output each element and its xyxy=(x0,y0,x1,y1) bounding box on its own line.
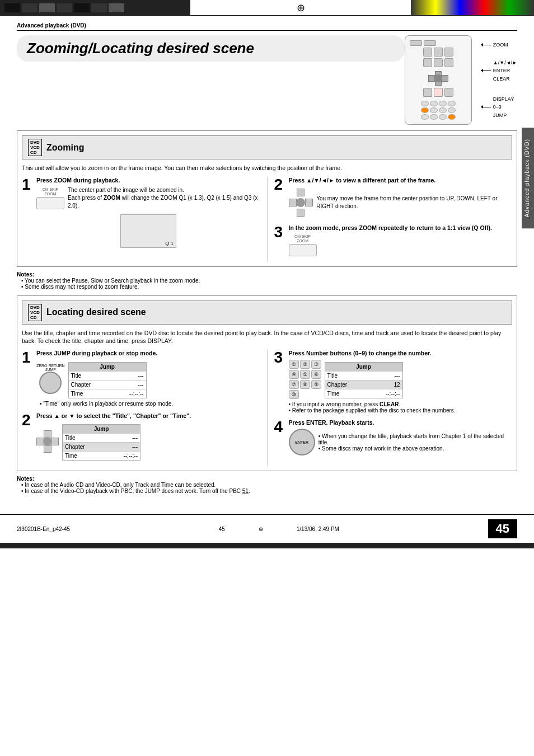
zooming-note-2: Some discs may not respond to zoom featu… xyxy=(21,284,517,290)
loc-step1-jump-table: Jump Title --- Chapter --- xyxy=(68,362,147,398)
zooming-step-1: 1 Press ZOOM during playback. CM SKIPZOO… xyxy=(22,177,260,248)
loc-step2-number: 2 xyxy=(22,412,33,461)
jump-time-label-1: Time xyxy=(71,391,83,397)
jump-time-label-2: Time xyxy=(65,453,77,459)
loc-step2-jump-table: Jump Title --- Chapter --- xyxy=(62,424,140,461)
dpad-up xyxy=(297,189,305,196)
loc-step3-jump-table: Jump Title --- Chapter 12 xyxy=(325,362,403,398)
num-9: ⑨ xyxy=(311,380,321,389)
loc-step1-title: Press JUMP during playback or stop mode. xyxy=(36,350,260,358)
sidebar-label: Advanced playback (DVD) xyxy=(522,128,534,228)
zoom-step3-title: In the zoom mode, press ZOOM repeatedly … xyxy=(289,224,513,232)
dpad-left xyxy=(289,199,297,206)
remote-mid-buttons xyxy=(423,48,453,57)
num-7: ⑦ xyxy=(289,380,299,389)
arrows-label-row: ▲/▼/◄/► ENTER CLEAR xyxy=(481,59,517,83)
remote-image xyxy=(405,35,472,125)
loc-step4-notes: • When you change the title, playback st… xyxy=(318,433,512,452)
zoom-step2-content: Press ▲/▼/◄/► to view a different part o… xyxy=(289,177,513,219)
zooming-title: Zooming xyxy=(46,143,85,153)
num-4: ④ xyxy=(289,370,299,379)
locating-note-1: In case of the Audio CD and Video-CD, on… xyxy=(21,482,517,488)
zoom-label-row: ZOOM xyxy=(481,41,517,49)
bottom-bar xyxy=(0,543,534,548)
remote-num-1 xyxy=(421,101,429,106)
locating-step-2: 2 Press ▲ or ▼ to select the "Title", "C… xyxy=(22,412,260,461)
zoom-step2-number: 2 xyxy=(274,177,285,219)
zoom-step1-content: Press ZOOM during playback. CM SKIPZOOM … xyxy=(36,177,260,248)
remote-btn-row2 xyxy=(423,58,453,67)
jump-btn-col: ZERO RETURNJUMP xyxy=(36,364,65,394)
locating-notes: Notes: In case of the Audio CD and Video… xyxy=(17,476,517,494)
jump-row-chapter-1: Chapter --- xyxy=(69,380,146,389)
locating-steps-row: 1 Press JUMP during playback or stop mod… xyxy=(22,350,512,466)
remote-num-5 xyxy=(421,107,429,113)
locating-notes-title: Notes: xyxy=(17,476,517,482)
zoom-step2-illustration: You may move the frame from the center p… xyxy=(289,186,513,219)
zoom-step2-body: You may move the frame from the center p… xyxy=(316,195,512,210)
zooming-notes: Notes: You can select the Pause, Slow or… xyxy=(17,271,517,290)
footer-center-page: 45 xyxy=(219,526,225,532)
zoom-step1-title: Press ZOOM during playback. xyxy=(36,177,260,185)
jump-circle-button xyxy=(39,372,62,394)
zooming-notes-title: Notes: xyxy=(17,271,517,278)
cm-skip-label: CM SKIPZOOM xyxy=(36,187,64,197)
zoom-label: ZOOM xyxy=(493,41,508,49)
cm-skip-label-3: CM SKIPZOOM xyxy=(289,234,317,244)
zoom-arrow-head xyxy=(481,43,483,46)
locating-divider xyxy=(267,350,268,466)
loc-step1-number: 1 xyxy=(22,350,33,407)
remote-num-7 xyxy=(439,107,447,113)
page-content: Advanced playback (DVD) Zooming/Locating… xyxy=(0,16,534,509)
zoom-btn-col: CM SKIPZOOM xyxy=(36,187,64,209)
dpad-illustration xyxy=(289,189,313,217)
remote-num-3 xyxy=(439,101,447,106)
jump-time-value-1: --:--:-- xyxy=(129,391,144,397)
zero-return-label: ZERO RETURNJUMP xyxy=(36,364,65,372)
jump-row-title-1: Title --- xyxy=(69,371,146,380)
loc-step3-notes: • If you input a wrong number, press CLE… xyxy=(289,401,513,414)
zoom-button-illustration-3 xyxy=(289,244,317,256)
locating-step-4: 4 Press ENTER. Playback starts. ENTER • … xyxy=(274,419,513,456)
jump-row-time-2: Time --:--:-- xyxy=(63,451,140,460)
locating-note-2: In case of the Video-CD playback with PB… xyxy=(21,488,517,494)
display-arrow-head xyxy=(481,105,483,109)
loc-step3-note-1: • If you input a wrong number, press CLE… xyxy=(289,401,513,407)
locating-step-1: 1 Press JUMP during playback or stop mod… xyxy=(22,350,260,407)
remote-btn-9 xyxy=(444,88,453,97)
zoom-btn-col-3: CM SKIPZOOM xyxy=(289,234,317,256)
remote-num-jump xyxy=(448,114,456,120)
zoom-frame-container: Q 1 xyxy=(36,214,260,248)
section-label: Advanced playback (DVD) xyxy=(17,22,517,31)
jump-row-time-1: Time --:--:-- xyxy=(69,389,146,398)
remote-btn-4 xyxy=(444,48,453,57)
zooming-step-3: 3 In the zoom mode, press ZOOM repeatedl… xyxy=(274,224,513,256)
jump-title-label-3: Title xyxy=(327,373,338,379)
zoom-step1-number: 1 xyxy=(22,177,33,248)
loc-step1-note: • "Time" only works in playback or resum… xyxy=(36,401,260,407)
jump-table-header-2: Jump xyxy=(63,425,140,433)
top-bar-stripes xyxy=(0,1,129,15)
loc-step2-content: Press ▲ or ▼ to select the "Title", "Cha… xyxy=(36,412,260,461)
loc-step4-illustration: ENTER • When you change the title, playb… xyxy=(289,429,513,456)
num-grid-illustration: ① ② ③ ④ ⑤ ⑥ ⑦ ⑧ ⑨ ⑩ xyxy=(289,360,321,399)
jump-title-label-1: Title xyxy=(71,373,82,379)
jump-chapter-value-1: --- xyxy=(138,382,144,388)
locating-header: DVDVCDCD Locating desired scene xyxy=(22,300,512,325)
zooming-left-col: 1 Press ZOOM during playback. CM SKIPZOO… xyxy=(22,177,260,262)
jump-row-chapter-2: Chapter --- xyxy=(63,442,140,451)
zooming-section: DVDVCDCD Zooming This unit will allow yo… xyxy=(17,130,517,267)
remote-btn-6 xyxy=(434,58,443,67)
top-bar: ⊕ xyxy=(0,0,534,16)
loc-step3-title: Press Number buttons (0–9) to change the… xyxy=(289,350,513,358)
footer-right: 1/13/06, 2:49 PM xyxy=(297,526,339,532)
remote-diagram: ZOOM ▲/▼/◄/► ENTER CLEAR xyxy=(405,35,517,125)
dpad-center xyxy=(296,198,305,207)
jump-time-value-3: --:--:-- xyxy=(386,391,400,397)
remote-btn-3 xyxy=(434,48,443,57)
locating-title: Locating desired scene xyxy=(46,307,146,317)
loc-step3-note-2: • Refer to the package supplied with the… xyxy=(289,407,513,414)
jump-title-value-3: --- xyxy=(395,373,400,379)
jump-title-value-2: --- xyxy=(132,435,138,441)
title-area: Zooming/Locating desired scene xyxy=(17,35,517,125)
